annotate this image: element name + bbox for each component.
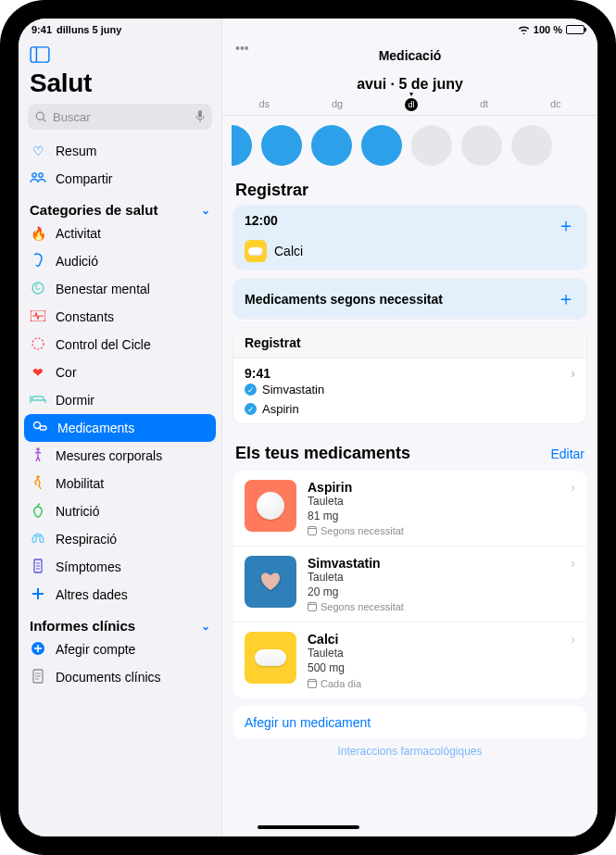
schedule-med-name: Calci [274, 244, 303, 258]
day-label[interactable]: dl [405, 98, 418, 111]
lungs-icon [30, 532, 46, 547]
sidebar-item-activitat[interactable]: 🔥Activitat [19, 220, 221, 247]
sidebar-item-documents-clínics[interactable]: Documents clínics [19, 663, 221, 691]
day-circle[interactable] [511, 125, 552, 166]
search-input[interactable]: Buscar [28, 104, 212, 130]
day-label[interactable]: ds [258, 98, 270, 111]
vitals-icon [30, 309, 46, 324]
schedule-time: 12:00 [245, 213, 278, 238]
sidebar-item-símptomes[interactable]: Símptomes [19, 553, 221, 581]
svg-point-2 [36, 112, 44, 119]
day-label[interactable]: dg [332, 98, 343, 111]
sidebar-item-constants[interactable]: Constants [19, 303, 221, 331]
sidebar-item-summary[interactable]: ♡ Resum [19, 137, 221, 165]
medication-dose: 20 mg [308, 585, 559, 600]
sidebar-item-label: Nutrició [56, 504, 99, 519]
logged-med-item: ✓Simvastatin [233, 381, 586, 400]
battery-percent: 100 % [534, 24, 562, 35]
sidebar-item-label: Resum [56, 144, 96, 158]
day-label[interactable]: dc [550, 98, 561, 111]
main-content: ••• Medicació avui · 5 de juny dsdgdldtd… [222, 19, 597, 836]
ear-icon [30, 253, 46, 270]
mic-icon[interactable] [195, 110, 205, 123]
sidebar-item-benestar-mental[interactable]: Benestar mental [19, 275, 221, 303]
sidebar-item-dormir[interactable]: Dormir [19, 386, 221, 414]
day-label[interactable]: dt [480, 98, 488, 111]
plus-icon[interactable]: ＋ [557, 286, 575, 311]
schedule-card[interactable]: 12:00 ＋ Calci [233, 206, 586, 270]
medication-item[interactable]: Simvastatin Tauleta 20 mg Segons necessi… [233, 546, 586, 622]
sidebar-item-control-del-cicle[interactable]: Control del Cicle [19, 331, 221, 358]
pill-icon [245, 240, 267, 262]
sidebar-item-mobilitat[interactable]: Mobilitat [19, 470, 221, 497]
clinical-header[interactable]: Informes clínics ⌄ [19, 609, 221, 635]
medication-schedule: Segons necessitat [308, 525, 559, 536]
wifi-icon [518, 25, 530, 34]
logged-med-item: ✓Aspirin [233, 400, 586, 420]
day-circle[interactable] [411, 125, 452, 166]
categories-header[interactable]: Categories de salut ⌄ [19, 193, 221, 220]
section-header-label: Categories de salut [30, 202, 157, 218]
day-selector: dsdgdldtdc [222, 94, 597, 113]
svg-point-12 [36, 447, 40, 451]
heart-icon: ❤︎ [30, 365, 46, 380]
status-bar: 9:41 dilluns 5 juny 100 % [19, 19, 597, 39]
document-icon [30, 669, 46, 686]
sidebar-item-label: Compartir [56, 171, 112, 186]
logged-time: 9:41 [245, 366, 270, 381]
sidebar-item-respiració[interactable]: Respiració [19, 525, 221, 553]
medication-name: Calci [308, 632, 559, 647]
sidebar-item-label: Respiració [56, 532, 117, 547]
sidebar-item-audició[interactable]: Audició [19, 247, 221, 275]
day-progress-row[interactable] [222, 119, 597, 175]
medication-item[interactable]: Aspirin Tauleta 81 mg Segons necessitat … [233, 471, 586, 546]
day-circle[interactable] [461, 125, 502, 166]
symptoms-icon [30, 559, 46, 576]
day-circle[interactable] [232, 125, 252, 166]
check-icon: ✓ [245, 403, 257, 415]
flame-icon: 🔥 [30, 226, 46, 241]
check-icon: ✓ [245, 383, 257, 396]
sidebar-item-afegir-compte[interactable]: Afegir compte [19, 635, 221, 663]
page-title: Medicació [222, 48, 597, 63]
medication-item[interactable]: Calci Tauleta 500 mg Cada dia › [233, 622, 586, 698]
day-circle[interactable] [361, 125, 402, 166]
sidebar-item-altres-dades[interactable]: Altres dades [19, 581, 221, 609]
interactions-link[interactable]: Interaccions farmacològiques [222, 743, 597, 758]
status-date: dilluns 5 juny [57, 24, 121, 35]
sidebar-item-label: Altres dades [56, 587, 128, 602]
bed-icon [30, 393, 46, 408]
logged-header: Registrat [233, 328, 586, 358]
sidebar-toggle-icon[interactable] [30, 46, 221, 67]
medication-schedule: Cada dia [308, 678, 559, 689]
sidebar-item-nutrició[interactable]: Nutrició [19, 497, 221, 525]
chevron-right-icon: › [571, 556, 575, 612]
sidebar-item-mesures-corporals[interactable]: Mesures corporals [19, 442, 221, 470]
chevron-right-icon: › [571, 480, 575, 536]
add-medication-button[interactable]: Afegir un medicament [233, 706, 586, 739]
sidebar-item-label: Constants [56, 309, 114, 324]
sidebar-item-medicaments[interactable]: Medicaments [24, 414, 216, 442]
edit-button[interactable]: Editar [550, 446, 585, 461]
brain-icon [30, 281, 46, 298]
app-title: Salut [30, 69, 210, 98]
day-circle[interactable] [311, 125, 352, 166]
day-circle[interactable] [261, 125, 302, 166]
sidebar-item-share[interactable]: Compartir [19, 165, 221, 193]
sidebar-item-cor[interactable]: ❤︎Cor [19, 358, 221, 386]
svg-rect-0 [31, 47, 49, 62]
medication-dose: 81 mg [308, 509, 559, 524]
calendar-icon [308, 679, 317, 688]
chevron-right-icon: › [571, 366, 575, 381]
medication-thumb [245, 632, 296, 684]
logged-card[interactable]: Registrat 9:41 › ✓Simvastatin✓Aspirin [233, 328, 586, 423]
chevron-down-icon: ⌄ [201, 204, 210, 217]
register-header: Registrar [222, 175, 597, 206]
sidebar-item-label: Audició [56, 254, 98, 269]
home-indicator[interactable] [258, 825, 359, 829]
prn-card[interactable]: Medicaments segons necessitat ＋ [233, 279, 586, 319]
sidebar-item-label: Control del Cicle [56, 337, 151, 352]
plus-icon[interactable]: ＋ [557, 213, 575, 238]
yourmeds-header: Els teus medicaments [235, 444, 410, 463]
sidebar-item-label: Símptomes [56, 560, 121, 574]
